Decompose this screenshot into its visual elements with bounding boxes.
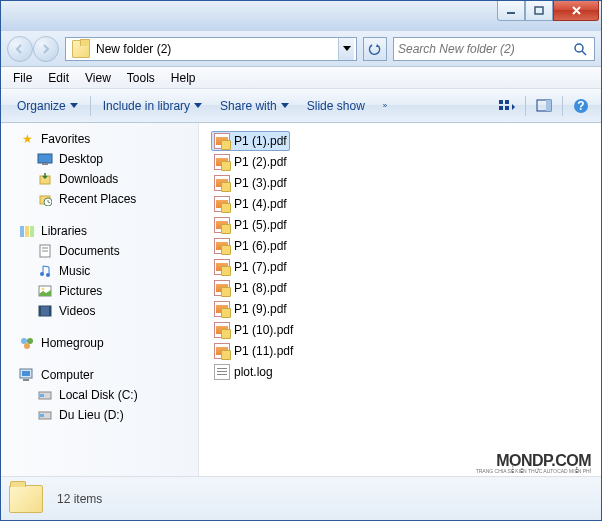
explorer-window: New folder (2) File Edit View Tools Help… xyxy=(0,0,602,521)
menu-tools[interactable]: Tools xyxy=(119,69,163,87)
search-box[interactable] xyxy=(393,37,595,61)
separator xyxy=(562,96,563,116)
file-item[interactable]: P1 (9).pdf xyxy=(211,299,290,319)
content-area: ★ Favorites Desktop Downloads Recent Pla… xyxy=(1,123,601,476)
view-options-button[interactable] xyxy=(495,94,519,118)
file-item[interactable]: P1 (7).pdf xyxy=(211,257,290,277)
file-name: P1 (7).pdf xyxy=(234,260,287,274)
file-name: P1 (3).pdf xyxy=(234,176,287,190)
file-item[interactable]: plot.log xyxy=(211,362,276,382)
svg-rect-34 xyxy=(22,371,30,376)
file-item[interactable]: P1 (8).pdf xyxy=(211,278,290,298)
nav-label: Desktop xyxy=(59,152,103,166)
address-dropdown[interactable] xyxy=(338,38,354,60)
file-item[interactable]: P1 (6).pdf xyxy=(211,236,290,256)
dropdown-icon xyxy=(70,103,78,108)
folder-icon xyxy=(9,485,43,513)
nav-du-lieu-d[interactable]: Du Lieu (D:) xyxy=(1,405,198,425)
libraries-group: Libraries Documents Music Pictures Video… xyxy=(1,221,198,321)
libraries-header[interactable]: Libraries xyxy=(1,221,198,241)
file-item[interactable]: P1 (2).pdf xyxy=(211,152,290,172)
file-item[interactable]: P1 (5).pdf xyxy=(211,215,290,235)
svg-rect-39 xyxy=(40,414,44,417)
homegroup-header[interactable]: Homegroup xyxy=(1,333,198,353)
navigation-pane[interactable]: ★ Favorites Desktop Downloads Recent Pla… xyxy=(1,123,199,476)
file-item[interactable]: P1 (3).pdf xyxy=(211,173,290,193)
svg-rect-29 xyxy=(49,306,51,316)
toolbar: Organize Include in library Share with S… xyxy=(1,89,601,123)
slideshow-button[interactable]: Slide show xyxy=(299,95,373,117)
file-name: P1 (6).pdf xyxy=(234,239,287,253)
close-button[interactable] xyxy=(553,1,599,21)
pdf-icon xyxy=(214,301,230,317)
svg-point-30 xyxy=(21,338,27,344)
svg-point-31 xyxy=(27,338,33,344)
file-item[interactable]: P1 (11).pdf xyxy=(211,341,296,361)
favorites-header[interactable]: ★ Favorites xyxy=(1,129,198,149)
nav-label: Du Lieu (D:) xyxy=(59,408,124,422)
address-bar[interactable]: New folder (2) xyxy=(65,37,357,61)
svg-rect-6 xyxy=(499,106,503,110)
svg-point-23 xyxy=(40,272,44,276)
pdf-icon xyxy=(214,154,230,170)
dropdown-icon xyxy=(194,103,202,108)
menubar: File Edit View Tools Help xyxy=(1,67,601,89)
preview-pane-button[interactable] xyxy=(532,94,556,118)
refresh-button[interactable] xyxy=(363,37,387,61)
music-icon xyxy=(37,263,53,279)
log-icon xyxy=(214,364,230,380)
file-name: P1 (2).pdf xyxy=(234,155,287,169)
nav-label: Pictures xyxy=(59,284,102,298)
computer-header[interactable]: Computer xyxy=(1,365,198,385)
file-item[interactable]: P1 (10).pdf xyxy=(211,320,296,340)
chevron-icon: » xyxy=(383,101,387,110)
nav-documents[interactable]: Documents xyxy=(1,241,198,261)
file-name: P1 (8).pdf xyxy=(234,281,287,295)
folder-icon xyxy=(72,40,90,58)
share-with-button[interactable]: Share with xyxy=(212,95,297,117)
menu-file[interactable]: File xyxy=(5,69,40,87)
nav-local-disk-c[interactable]: Local Disk (C:) xyxy=(1,385,198,405)
file-name: plot.log xyxy=(234,365,273,379)
pdf-icon xyxy=(214,217,230,233)
overflow-button[interactable]: » xyxy=(375,97,395,114)
nav-desktop[interactable]: Desktop xyxy=(1,149,198,169)
svg-line-3 xyxy=(582,51,586,55)
svg-rect-9 xyxy=(546,100,551,111)
back-button[interactable] xyxy=(7,36,33,62)
help-button[interactable]: ? xyxy=(569,94,593,118)
nav-downloads[interactable]: Downloads xyxy=(1,169,198,189)
nav-videos[interactable]: Videos xyxy=(1,301,198,321)
forward-button[interactable] xyxy=(33,36,59,62)
maximize-button[interactable] xyxy=(525,1,553,21)
file-list-pane[interactable]: P1 (1).pdfP1 (2).pdfP1 (3).pdfP1 (4).pdf… xyxy=(199,123,601,476)
file-name: P1 (10).pdf xyxy=(234,323,293,337)
file-item[interactable]: P1 (1).pdf xyxy=(211,131,290,151)
menu-edit[interactable]: Edit xyxy=(40,69,77,87)
organize-label: Organize xyxy=(17,99,66,113)
file-item[interactable]: P1 (4).pdf xyxy=(211,194,290,214)
file-name: P1 (5).pdf xyxy=(234,218,287,232)
pdf-icon xyxy=(214,280,230,296)
libraries-icon xyxy=(19,223,35,239)
nav-label: Music xyxy=(59,264,90,278)
pdf-icon xyxy=(214,259,230,275)
menu-help[interactable]: Help xyxy=(163,69,204,87)
libraries-label: Libraries xyxy=(41,224,87,238)
search-icon[interactable] xyxy=(570,42,590,56)
minimize-button[interactable] xyxy=(497,1,525,21)
svg-point-32 xyxy=(24,343,30,349)
svg-rect-28 xyxy=(39,306,41,316)
downloads-icon xyxy=(37,171,53,187)
nav-pictures[interactable]: Pictures xyxy=(1,281,198,301)
nav-music[interactable]: Music xyxy=(1,261,198,281)
menu-view[interactable]: View xyxy=(77,69,119,87)
organize-button[interactable]: Organize xyxy=(9,95,86,117)
computer-group: Computer Local Disk (C:) Du Lieu (D:) xyxy=(1,365,198,425)
nav-label: Local Disk (C:) xyxy=(59,388,138,402)
toolbar-right: ? xyxy=(495,94,593,118)
nav-recent-places[interactable]: Recent Places xyxy=(1,189,198,209)
include-library-button[interactable]: Include in library xyxy=(95,95,210,117)
search-input[interactable] xyxy=(398,42,570,56)
nav-arrows xyxy=(7,36,59,62)
